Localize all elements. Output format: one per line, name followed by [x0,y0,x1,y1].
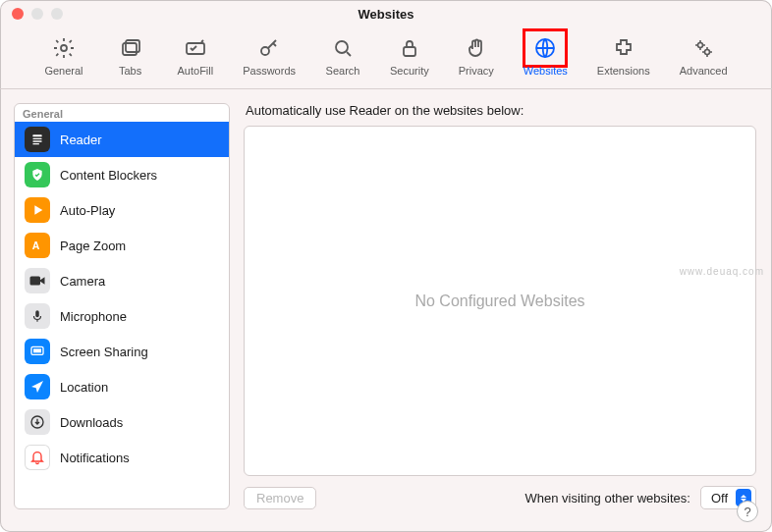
other-websites-label: When visiting other websites: [525,491,690,505]
select-value: Off [711,491,728,505]
lock-icon [392,33,427,63]
toolbar-label: Privacy [459,65,494,77]
svg-rect-13 [32,143,39,144]
svg-rect-10 [32,134,41,136]
sidebar-item-notifications[interactable]: Notifications [15,440,229,475]
sidebar-item-label: Camera [60,274,105,289]
sidebar-header: General [15,104,229,122]
svg-point-0 [61,45,67,51]
sidebar-item-label: Page Zoom [60,239,126,253]
sidebar-item-label: Auto-Play [60,203,115,218]
toolbar-label: Tabs [119,65,141,77]
sidebar-item-auto-play[interactable]: Auto-Play [15,192,229,228]
zoom-icon: A [25,233,50,258]
gears-icon [686,33,721,63]
down-icon [25,409,50,435]
svg-point-9 [705,50,710,55]
toolbar-search[interactable]: Search [321,31,364,79]
camera-icon [25,268,50,293]
sidebar-item-reader[interactable]: Reader [15,122,229,157]
svg-rect-1 [123,43,137,55]
toolbar-websites[interactable]: Websites [520,31,572,79]
toolbar-tabs[interactable]: Tabs [109,31,152,79]
tabs-icon [113,33,148,63]
toolbar-extensions[interactable]: Extensions [593,31,654,79]
play-icon [25,197,50,223]
svg-rect-3 [187,43,204,54]
svg-rect-12 [32,140,41,141]
sidebar-item-label: Location [60,380,108,395]
mic-icon [25,303,50,329]
ext-icon [606,33,641,63]
traffic-lights [12,8,63,20]
remove-button[interactable]: Remove [244,487,316,509]
svg-rect-18 [33,348,41,352]
sidebar-item-label: Screen Sharing [60,345,148,359]
toolbar: GeneralTabsAutoFillPasswordsSearchSecuri… [0,27,772,89]
toolbar-label: Passwords [243,65,296,77]
svg-rect-16 [35,310,39,317]
svg-point-4 [261,47,269,55]
sidebar-item-microphone[interactable]: Microphone [15,298,229,334]
hand-icon [459,33,494,63]
sidebar: General ReaderContent BlockersAuto-PlayA… [14,103,230,509]
sidebar-item-label: Downloads [60,415,123,430]
toolbar-passwords[interactable]: Passwords [239,31,300,79]
help-button[interactable]: ? [737,501,758,522]
toolbar-advanced[interactable]: Advanced [676,31,732,79]
bell-icon [25,445,50,470]
sidebar-item-screen-sharing[interactable]: Screen Sharing [15,334,229,369]
toolbar-privacy[interactable]: Privacy [455,31,498,79]
toolbar-label: Websites [524,65,568,77]
screen-icon [25,339,50,364]
reader-icon [25,127,50,152]
website-list[interactable]: No Configured Websites [244,126,756,476]
preferences-window: Websites GeneralTabsAutoFillPasswordsSea… [0,0,772,532]
sidebar-item-camera[interactable]: Camera [15,263,229,298]
toolbar-label: Security [390,65,429,77]
sidebar-item-content-blockers[interactable]: Content Blockers [15,157,229,192]
svg-rect-15 [30,277,41,286]
toolbar-label: General [44,65,83,77]
titlebar: Websites [0,0,772,27]
autofill-icon [178,33,213,63]
search-icon [325,33,360,63]
sidebar-item-page-zoom[interactable]: APage Zoom [15,228,229,263]
globe-icon [527,33,563,63]
minimize-button[interactable] [31,8,43,20]
gear-icon [46,33,82,63]
watermark: www.deuaq.com [680,266,764,277]
sidebar-item-location[interactable]: Location [15,369,229,404]
body: General ReaderContent BlockersAuto-PlayA… [0,89,772,523]
sidebar-item-label: Reader [60,133,102,147]
svg-rect-6 [404,47,415,56]
toolbar-label: AutoFill [178,65,214,77]
key-icon [251,33,287,63]
svg-point-8 [698,43,703,48]
bottom-bar: Remove When visiting other websites: Off [244,476,756,509]
toolbar-general[interactable]: General [40,31,86,79]
toolbar-security[interactable]: Security [386,31,433,79]
main-panel: Automatically use Reader on the websites… [244,103,756,509]
shield-icon [25,162,50,187]
svg-point-5 [336,41,348,53]
window-title: Websites [358,7,414,22]
main-heading: Automatically use Reader on the websites… [244,103,756,126]
zoom-button[interactable] [51,8,63,20]
empty-list-text: No Configured Websites [414,293,584,310]
sidebar-item-label: Notifications [60,451,130,465]
arrow-icon [25,374,50,399]
toolbar-label: Search [326,65,360,77]
sidebar-item-label: Content Blockers [60,168,157,183]
toolbar-autofill[interactable]: AutoFill [174,31,218,79]
toolbar-label: Advanced [680,65,728,77]
sidebar-item-downloads[interactable]: Downloads [15,404,229,440]
sidebar-item-label: Microphone [60,309,127,324]
close-button[interactable] [12,8,24,20]
svg-rect-11 [32,138,41,139]
toolbar-label: Extensions [597,65,650,77]
svg-text:A: A [32,239,40,251]
